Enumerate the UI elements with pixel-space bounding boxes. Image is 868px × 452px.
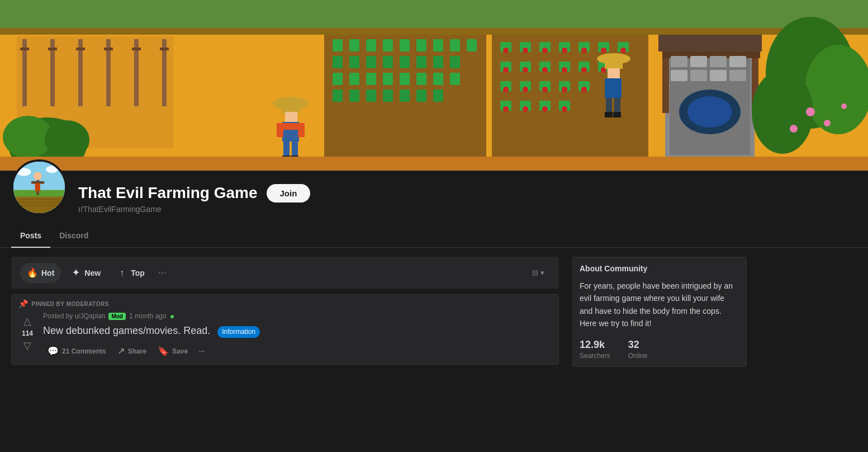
svg-rect-117 xyxy=(605,78,622,98)
svg-point-111 xyxy=(542,106,548,112)
svg-point-113 xyxy=(562,106,567,112)
svg-rect-29 xyxy=(283,123,298,130)
sort-top-button[interactable]: ↑ Top xyxy=(110,263,151,283)
searchers-label: Searchers xyxy=(580,352,610,360)
layout-button[interactable]: ⊟ ▾ xyxy=(527,265,550,280)
svg-point-73 xyxy=(523,48,528,53)
svg-rect-48 xyxy=(366,56,376,68)
svg-rect-52 xyxy=(433,56,443,68)
post-flair: Information xyxy=(217,326,260,338)
svg-rect-47 xyxy=(349,56,359,68)
vote-column: △ 114 ▽ xyxy=(16,312,39,360)
svg-point-79 xyxy=(581,48,587,53)
searchers-stat: 12.9k Searchers xyxy=(580,339,610,360)
svg-rect-51 xyxy=(416,56,426,68)
svg-point-142 xyxy=(824,120,831,126)
svg-rect-152 xyxy=(35,183,40,191)
svg-rect-68 xyxy=(433,90,443,102)
svg-rect-2 xyxy=(0,28,868,35)
tab-posts[interactable]: Posts xyxy=(11,224,50,248)
sort-more-button[interactable]: ··· xyxy=(154,262,171,283)
svg-rect-154 xyxy=(18,202,60,204)
svg-rect-69 xyxy=(492,35,648,163)
svg-point-101 xyxy=(542,87,548,92)
svg-rect-145 xyxy=(0,157,868,171)
svg-rect-43 xyxy=(433,39,443,51)
svg-rect-57 xyxy=(383,73,393,85)
svg-rect-19 xyxy=(106,73,111,101)
svg-rect-12 xyxy=(76,48,85,50)
hot-icon: 🔥 xyxy=(27,267,38,279)
svg-rect-18 xyxy=(78,73,83,101)
svg-rect-63 xyxy=(349,90,359,102)
svg-rect-116 xyxy=(608,68,620,79)
svg-rect-155 xyxy=(18,205,60,206)
svg-rect-21 xyxy=(162,73,167,101)
svg-rect-37 xyxy=(333,39,343,51)
svg-point-97 xyxy=(503,87,509,92)
svg-rect-67 xyxy=(416,90,426,102)
new-icon: ✦ xyxy=(70,267,81,279)
tab-discord[interactable]: Discord xyxy=(50,224,97,248)
svg-point-151 xyxy=(34,172,42,180)
svg-rect-31 xyxy=(298,123,305,137)
mod-badge: Mod xyxy=(108,313,126,320)
svg-point-89 xyxy=(542,67,548,73)
subreddit-info: That Evil Farming Game Join r/ThatEvilFa… xyxy=(78,184,310,214)
svg-point-91 xyxy=(562,67,567,73)
about-community-description: For years, people have been intrigued by… xyxy=(580,280,739,330)
pinned-label: 📌 PINNED BY MODERATORS xyxy=(16,299,554,308)
post-meta: Posted by u/JQaplan Mod 1 month ago ● xyxy=(43,312,554,321)
share-button[interactable]: ↗ Share xyxy=(113,342,151,360)
svg-rect-1 xyxy=(0,0,868,31)
svg-point-157 xyxy=(46,166,58,173)
svg-point-141 xyxy=(806,107,815,116)
upvote-button[interactable]: △ xyxy=(21,314,34,328)
svg-point-156 xyxy=(17,168,31,176)
svg-rect-44 xyxy=(450,39,460,51)
sort-bar: 🔥 Hot ✦ New ↑ Top ··· ⊟ ▾ xyxy=(11,257,559,289)
post-title[interactable]: New debunked games/movies. Read. Informa… xyxy=(43,324,554,338)
downvote-button[interactable]: ▽ xyxy=(21,338,34,353)
svg-rect-132 xyxy=(710,56,727,67)
layout-icon: ⊟ xyxy=(532,269,538,277)
svg-rect-131 xyxy=(690,56,707,67)
svg-point-105 xyxy=(581,87,587,92)
sort-new-button[interactable]: ✦ New xyxy=(63,263,107,283)
about-community-title: About Community xyxy=(580,264,739,273)
sidebar: About Community For years, people have b… xyxy=(572,257,747,370)
svg-rect-14 xyxy=(132,48,141,50)
svg-rect-120 xyxy=(605,112,613,117)
svg-rect-64 xyxy=(366,90,376,102)
verified-icon: ● xyxy=(170,312,174,321)
comments-button[interactable]: 💬 21 Comments xyxy=(43,342,111,360)
svg-rect-136 xyxy=(710,70,727,81)
svg-rect-130 xyxy=(671,56,687,67)
save-button[interactable]: 🔖 Save xyxy=(153,342,192,360)
subreddit-title: That Evil Farming Game xyxy=(78,184,258,202)
svg-rect-133 xyxy=(729,56,746,67)
svg-rect-137 xyxy=(729,70,746,81)
sort-hot-button[interactable]: 🔥 Hot xyxy=(20,263,61,283)
subreddit-avatar xyxy=(11,159,67,215)
svg-point-103 xyxy=(562,87,567,92)
comment-icon: 💬 xyxy=(48,346,59,356)
svg-rect-153 xyxy=(18,199,60,200)
post-more-button[interactable]: ··· xyxy=(195,344,209,359)
about-community-widget: About Community For years, people have b… xyxy=(572,257,747,367)
subreddit-name: r/ThatEvilFarmingGame xyxy=(78,205,310,214)
svg-point-24 xyxy=(45,120,89,159)
svg-rect-16 xyxy=(22,73,27,101)
svg-rect-65 xyxy=(383,90,393,102)
svg-rect-38 xyxy=(349,39,359,51)
svg-rect-59 xyxy=(416,73,426,85)
join-button[interactable]: Join xyxy=(267,184,311,203)
svg-point-143 xyxy=(790,125,798,133)
svg-rect-134 xyxy=(671,70,687,81)
svg-rect-39 xyxy=(366,39,376,51)
svg-point-140 xyxy=(752,70,813,154)
posted-by-label: Posted by u/JQaplan xyxy=(43,312,105,320)
feed-column: 🔥 Hot ✦ New ↑ Top ··· ⊟ ▾ 📌 PINNED BY MO… xyxy=(11,257,559,370)
post-content: Posted by u/JQaplan Mod 1 month ago ● Ne… xyxy=(43,312,554,360)
svg-rect-49 xyxy=(383,56,393,68)
